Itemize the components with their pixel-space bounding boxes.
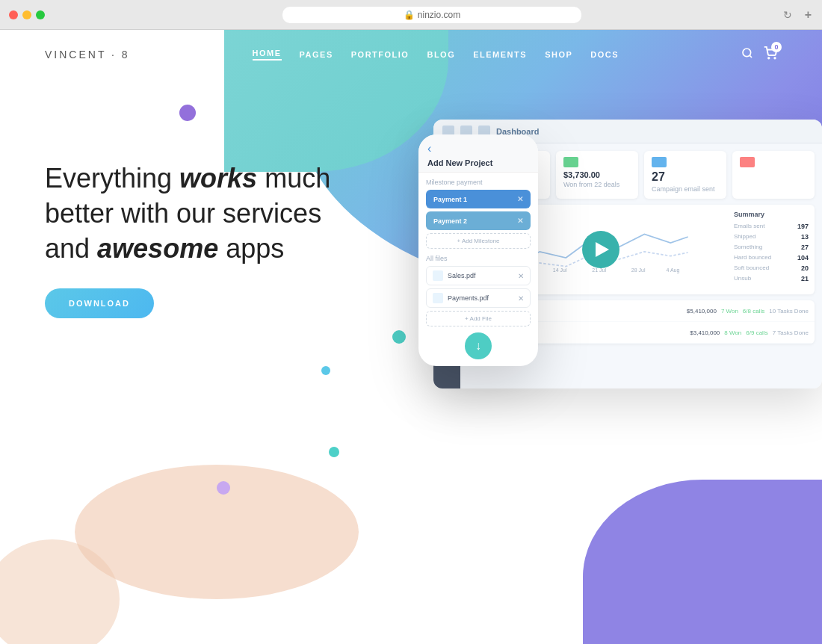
cart-badge: 0 (771, 42, 782, 52)
file-name-1: Sales.pdf (448, 272, 518, 279)
summary-row-1: Emails sent 197 (734, 223, 809, 230)
file-2: Payments.pdf ✕ (426, 288, 531, 308)
add-file-btn[interactable]: + Add File (426, 311, 531, 326)
url-text: ninzio.com (418, 10, 460, 20)
decorative-dot-teal (329, 447, 339, 457)
milestone-label: Milestone payment (426, 179, 531, 186)
file-name-2: Payments.pdf (448, 294, 518, 302)
maximize-dot[interactable] (36, 10, 45, 19)
table-won-2: 8 Won (724, 329, 741, 336)
cart-icon[interactable]: 0 (764, 46, 777, 63)
payment-1-close[interactable]: ✕ (517, 195, 523, 203)
blob-purple-bottom (583, 480, 822, 644)
summary-row-6: Unsub 21 (734, 275, 809, 282)
payment-1-btn[interactable]: Payment 1 ✕ (426, 190, 531, 208)
new-tab-button[interactable]: + (805, 8, 812, 22)
nav-shop[interactable]: SHOP (545, 50, 572, 59)
stat-card-other (732, 151, 815, 199)
nav-elements[interactable]: ELEMENTS (473, 50, 527, 59)
nav-links: HOME PAGES PORTFOLIO BLOG ELEMENTS SHOP … (253, 49, 619, 61)
summary-row-4: Hard bounced 104 (734, 254, 809, 261)
lock-icon: 🔒 (404, 10, 415, 20)
decorative-dot-blue (321, 366, 330, 375)
payment-2-btn[interactable]: Payment 2 ✕ (426, 211, 531, 230)
summary-title: Summary (734, 211, 809, 218)
decorative-dot-teal-phone (392, 330, 406, 344)
phone-header: ‹ Add New Project (418, 134, 538, 173)
svg-point-3 (774, 58, 776, 59)
browser-chrome: 🔒 ninzio.com ↻ + (0, 0, 822, 30)
summary-label-3: Something (734, 244, 762, 251)
svg-line-1 (750, 55, 752, 58)
download-button[interactable]: DOWNLOAD (45, 288, 154, 318)
chart-summary: Summary Emails sent 197 Shipped 13 Somet… (734, 211, 809, 288)
navbar: VINCENT · 8 HOME PAGES PORTFOLIO BLOG EL… (0, 30, 822, 79)
nav-portfolio[interactable]: PORTFOLIO (351, 50, 410, 59)
nav-icons: 0 (741, 46, 777, 63)
summary-row-2: Shipped 13 (734, 233, 809, 241)
svg-text:4 Aug: 4 Aug (667, 267, 680, 273)
nav-home[interactable]: HOME (253, 49, 282, 61)
address-bar[interactable]: 🔒 ninzio.com (282, 7, 581, 23)
add-milestone-btn[interactable]: + Add Milestone (426, 233, 531, 249)
summary-value-2: 13 (801, 233, 809, 241)
summary-value-1: 197 (797, 223, 809, 230)
hero-italic-awesome: awesome (97, 233, 218, 264)
table-tasks-2: 7 Tasks Done (773, 329, 809, 336)
summary-row-3: Something 27 (734, 244, 809, 251)
summary-value-3: 27 (801, 244, 809, 251)
close-dot[interactable] (9, 10, 18, 19)
file-close-1[interactable]: ✕ (518, 272, 524, 280)
hero-heading: Everything works much better with our se… (45, 161, 330, 266)
stat-number-email: 27 (652, 170, 719, 184)
device-mockups: Dashboard 7 New Contacts (389, 75, 822, 493)
back-button[interactable]: ‹ (427, 142, 529, 155)
refresh-button[interactable]: ↻ (783, 9, 792, 21)
svg-point-0 (743, 49, 751, 57)
summary-row-5: Soft bounced 20 (734, 264, 809, 272)
nav-blog[interactable]: BLOG (427, 50, 455, 59)
browser-dots (9, 10, 45, 19)
table-amount-2: $3,410,000 (690, 329, 720, 336)
summary-value-5: 20 (801, 264, 809, 272)
stat-icon-email (652, 157, 667, 167)
summary-label-2: Shipped (734, 233, 755, 241)
stat-label-email: Campaign email sent (652, 185, 719, 193)
table-calls-1: 6/8 calls (743, 308, 764, 315)
payment-2-close[interactable]: ✕ (517, 217, 523, 225)
file-close-2[interactable]: ✕ (518, 294, 524, 303)
hero-italic-works: works (179, 163, 257, 193)
summary-label-5: Soft bounced (734, 264, 769, 272)
summary-value-4: 104 (797, 254, 809, 261)
phone-body: Milestone payment Payment 1 ✕ Payment 2 … (418, 173, 538, 365)
site-logo[interactable]: VINCENT · 8 (45, 49, 130, 61)
file-1: Sales.pdf ✕ (426, 266, 531, 285)
stat-icon-revenue (563, 157, 578, 167)
file-icon-2 (433, 293, 443, 303)
table-amount-1: $5,410,000 (687, 308, 717, 315)
stat-label-revenue: Won from 22 deals (563, 181, 631, 188)
decorative-dot-purple-lower (217, 481, 230, 495)
files-label: All files (426, 255, 531, 262)
minimize-dot[interactable] (22, 10, 31, 19)
phone-title: Add New Project (427, 158, 529, 167)
play-triangle-icon (596, 242, 609, 257)
stat-card-email: 27 Campaign email sent (644, 151, 726, 199)
submit-download-btn[interactable]: ↓ (465, 332, 492, 359)
table-won-1: 7 Won (721, 308, 738, 315)
summary-label-1: Emails sent (734, 223, 764, 230)
stat-number-revenue: $3,730.00 (563, 170, 631, 179)
nav-pages[interactable]: PAGES (300, 50, 333, 59)
hero-text: Everything works much better with our se… (45, 124, 330, 318)
play-button[interactable] (582, 231, 619, 268)
search-icon[interactable] (741, 47, 753, 62)
table-calls-2: 6/9 calls (746, 329, 767, 336)
svg-text:14 Jul: 14 Jul (553, 267, 567, 273)
payment-2-label: Payment 2 (433, 217, 467, 225)
stat-icon-other (740, 157, 755, 167)
summary-label-4: Hard bounced (734, 254, 771, 261)
nav-docs[interactable]: DOCS (590, 50, 619, 59)
payment-1-label: Payment 1 (433, 196, 467, 203)
file-icon-1 (433, 270, 443, 281)
phone-mockup: ‹ Add New Project Milestone payment Paym… (418, 134, 538, 366)
